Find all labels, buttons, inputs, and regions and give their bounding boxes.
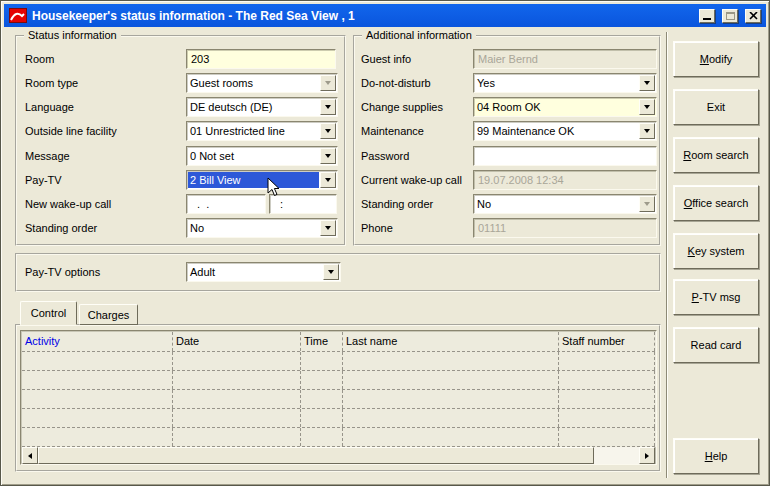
housekeeper-status-window: Housekeeper's status information - The R… bbox=[0, 0, 770, 486]
standing-order-right-combo[interactable]: No bbox=[473, 194, 657, 214]
standing-order-value: No bbox=[188, 220, 319, 236]
message-label: Message bbox=[25, 150, 70, 162]
current-wakeup-field bbox=[473, 170, 657, 190]
modify-button[interactable]: Modify bbox=[673, 41, 759, 77]
pay-tv-dropdown-button[interactable] bbox=[320, 172, 336, 188]
maintenance-combo[interactable]: 99 Maintenance OK bbox=[473, 121, 657, 141]
outside-line-label: Outside line facility bbox=[25, 125, 117, 137]
change-supplies-dropdown-button[interactable] bbox=[639, 99, 655, 115]
language-label: Language bbox=[25, 101, 74, 113]
chevron-down-icon bbox=[325, 129, 331, 133]
horizontal-scrollbar[interactable] bbox=[22, 447, 655, 464]
chevron-down-icon bbox=[325, 105, 331, 109]
standing-order-dropdown-button[interactable] bbox=[320, 220, 336, 236]
table-row bbox=[22, 352, 655, 371]
password-label: Password bbox=[361, 150, 409, 162]
chevron-down-icon bbox=[325, 154, 331, 158]
do-not-disturb-combo[interactable]: Yes bbox=[473, 73, 657, 93]
guest-info-field bbox=[473, 49, 657, 69]
column-header-last-name[interactable]: Last name bbox=[343, 332, 559, 351]
standing-order-right-label: Standing order bbox=[361, 198, 433, 210]
minimize-button[interactable] bbox=[699, 9, 715, 23]
maximize-icon bbox=[726, 12, 735, 20]
current-wakeup-label: Current wake-up call bbox=[361, 174, 462, 186]
password-input[interactable] bbox=[473, 146, 657, 166]
room-type-dropdown-button[interactable] bbox=[320, 75, 336, 91]
do-not-disturb-label: Do-not-disturb bbox=[361, 77, 431, 89]
paytv-options-combo[interactable]: Adult bbox=[186, 262, 341, 282]
vertical-separator bbox=[666, 32, 668, 478]
language-dropdown-button[interactable] bbox=[320, 99, 336, 115]
room-search-button[interactable]: Room search bbox=[673, 137, 759, 173]
message-value: 0 Not set bbox=[188, 148, 319, 164]
pay-tv-combo[interactable]: 2 Bill View bbox=[186, 170, 338, 190]
help-button[interactable]: Help bbox=[673, 438, 759, 474]
tab-control[interactable]: Control bbox=[20, 301, 77, 325]
phone-field bbox=[473, 218, 657, 238]
maintenance-label: Maintenance bbox=[361, 125, 424, 137]
standing-order-right-value: No bbox=[475, 196, 638, 212]
arrow-right-icon bbox=[645, 453, 649, 459]
outside-line-combo[interactable]: 01 Unrestricted line bbox=[186, 121, 338, 141]
pay-tv-value: 2 Bill View bbox=[188, 172, 319, 188]
paytv-options-value: Adult bbox=[188, 264, 322, 280]
room-type-value: Guest rooms bbox=[188, 75, 319, 91]
scroll-left-button[interactable] bbox=[22, 447, 38, 464]
maintenance-dropdown-button[interactable] bbox=[639, 123, 655, 139]
outside-line-dropdown-button[interactable] bbox=[320, 123, 336, 139]
table-row bbox=[22, 390, 655, 409]
change-supplies-label: Change supplies bbox=[361, 101, 443, 113]
key-system-button[interactable]: Key system bbox=[673, 233, 759, 269]
standing-order-right-dropdown-button[interactable] bbox=[639, 196, 655, 212]
column-header-staff-number[interactable]: Staff number bbox=[559, 332, 655, 351]
mouse-cursor-icon bbox=[267, 177, 281, 199]
table-row bbox=[22, 428, 655, 447]
column-header-time[interactable]: Time bbox=[301, 332, 343, 351]
do-not-disturb-value: Yes bbox=[475, 75, 638, 91]
chevron-down-icon bbox=[325, 226, 331, 230]
tab-charges[interactable]: Charges bbox=[79, 304, 138, 325]
change-supplies-value: 04 Room OK bbox=[475, 99, 638, 115]
ptv-msg-button[interactable]: P-TV msg bbox=[673, 279, 759, 315]
exit-button[interactable]: Exit bbox=[673, 89, 759, 125]
standing-order-label: Standing order bbox=[25, 222, 97, 234]
status-group-title: Status information bbox=[24, 29, 121, 41]
table-header-row: Activity Date Time Last name Staff numbe… bbox=[22, 332, 655, 352]
table-row bbox=[22, 371, 655, 390]
language-value: DE deutsch (DE) bbox=[188, 99, 319, 115]
message-dropdown-button[interactable] bbox=[320, 148, 336, 164]
column-header-date[interactable]: Date bbox=[173, 332, 301, 351]
chevron-down-icon bbox=[325, 178, 331, 182]
table-row bbox=[22, 409, 655, 428]
pay-tv-label: Pay-TV bbox=[25, 174, 62, 186]
close-button[interactable] bbox=[745, 9, 761, 23]
new-wakeup-label: New wake-up call bbox=[25, 198, 111, 210]
title-bar[interactable]: Housekeeper's status information - The R… bbox=[4, 4, 766, 27]
room-input[interactable] bbox=[186, 49, 336, 69]
app-logo-icon bbox=[9, 8, 27, 23]
activity-table: Activity Date Time Last name Staff numbe… bbox=[20, 330, 657, 465]
maintenance-value: 99 Maintenance OK bbox=[475, 123, 638, 139]
phone-label: Phone bbox=[361, 222, 393, 234]
message-combo[interactable]: 0 Not set bbox=[186, 146, 338, 166]
paytv-options-label: Pay-TV options bbox=[25, 266, 100, 278]
column-header-activity[interactable]: Activity bbox=[22, 332, 173, 351]
scrollbar-thumb[interactable] bbox=[38, 447, 594, 464]
language-combo[interactable]: DE deutsch (DE) bbox=[186, 97, 338, 117]
change-supplies-combo[interactable]: 04 Room OK bbox=[473, 97, 657, 117]
chevron-down-icon bbox=[644, 202, 650, 206]
room-type-combo[interactable]: Guest rooms bbox=[186, 73, 338, 93]
close-icon bbox=[749, 12, 758, 20]
do-not-disturb-dropdown-button[interactable] bbox=[639, 75, 655, 91]
read-card-button[interactable]: Read card bbox=[673, 327, 759, 363]
scroll-right-button[interactable] bbox=[639, 447, 655, 464]
scrollbar-track[interactable] bbox=[594, 447, 639, 464]
chevron-down-icon bbox=[644, 129, 650, 133]
office-search-button[interactable]: Office search bbox=[673, 185, 759, 221]
new-wakeup-date-input[interactable] bbox=[186, 194, 266, 214]
maximize-button[interactable] bbox=[722, 9, 738, 23]
chevron-down-icon bbox=[644, 81, 650, 85]
room-type-label: Room type bbox=[25, 77, 78, 89]
standing-order-combo[interactable]: No bbox=[186, 218, 338, 238]
paytv-options-dropdown-button[interactable] bbox=[323, 264, 339, 280]
